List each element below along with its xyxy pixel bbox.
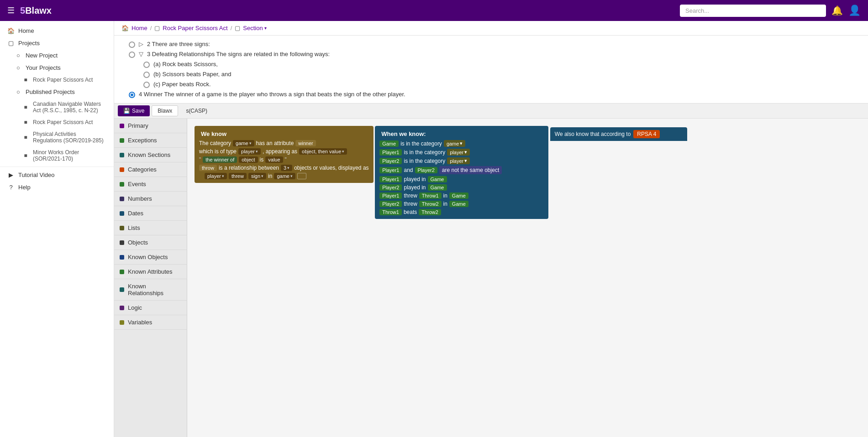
checkbox[interactable] (297, 173, 306, 179)
player2-tag4[interactable]: Player2 (379, 201, 402, 207)
player-cat-tag2[interactable]: player ▾ (447, 157, 470, 164)
search-input[interactable] (680, 5, 826, 17)
palette-label: Known Relationships (128, 283, 181, 297)
sidebar-item-minor[interactable]: ■ Minor Works Order (SOR/2021-170) (0, 146, 114, 165)
sidebar-item-physical[interactable]: ■ Physical Activities Regulations (SOR/2… (0, 128, 114, 146)
val-tag[interactable]: value (265, 156, 283, 163)
breadcrumb-act-icon: ▢ (154, 25, 160, 31)
breadcrumb-home-link[interactable]: Home (132, 25, 147, 31)
palette-item-dates[interactable]: Dates (114, 206, 187, 221)
law-item-selected: 4 Winner The winner of a game is the pla… (121, 89, 861, 99)
sidebar-item-tutorial[interactable]: ▶ Tutorial Video (0, 169, 114, 181)
throw2-tag[interactable]: Throw2 (419, 201, 442, 207)
radio-btn[interactable] (129, 52, 135, 58)
quote-close: " (285, 156, 287, 163)
player1-tag4[interactable]: Player1 (379, 192, 402, 199)
chevron-down-icon: ▾ (264, 26, 267, 31)
player-tag2[interactable]: player ▾ (205, 173, 227, 179)
save-button[interactable]: 💾 Save (118, 105, 150, 116)
sidebar-item-new-project[interactable]: ○ New Project (0, 49, 114, 62)
throw1-tag2[interactable]: Throw1 (379, 209, 402, 215)
palette-item-known-relationships[interactable]: Known Relationships (114, 279, 187, 301)
section-dropdown[interactable]: Section ▾ (243, 25, 266, 31)
winner-tag[interactable]: winner (295, 140, 316, 146)
we-also-know-block[interactable]: We also know that according to RPSA 4 (550, 127, 687, 141)
game-var-tag[interactable]: Game (379, 140, 399, 147)
palette-item-known-sections[interactable]: Known Sections (114, 148, 187, 162)
block-text: objects or values, displayed as (294, 165, 368, 171)
threw-tag[interactable]: threw (229, 173, 247, 179)
player2-tag[interactable]: Player2 (379, 158, 402, 164)
player2-tag3[interactable]: Player2 (379, 184, 402, 191)
throw2-tag2[interactable]: Throw2 (419, 209, 441, 215)
menu-icon[interactable]: ☰ (7, 5, 15, 16)
player-tag[interactable]: player ▾ (238, 148, 261, 155)
palette-item-variables[interactable]: Variables (114, 315, 187, 330)
sidebar-item-help[interactable]: ? Help (0, 181, 114, 193)
tab-blawx[interactable]: Blawx (152, 105, 178, 116)
block-row-p2-threw: Player2 threw Throw2 in Game (379, 201, 544, 207)
tag-arrow: ▾ (342, 149, 344, 154)
law-item: ▷ 2 There are three signs: (121, 39, 861, 49)
help-label: Help (18, 184, 31, 191)
palette-item-exceptions[interactable]: Exceptions (114, 133, 187, 148)
when-we-know-block[interactable]: When we know: Game is in the category ga… (375, 126, 548, 219)
throw1-tag[interactable]: Throw1 (419, 192, 442, 199)
block-row-player2-cat: Player2 is in the category player ▾ (379, 157, 544, 164)
display-tag[interactable]: object, then value ▾ (299, 148, 347, 155)
breadcrumb-act-link[interactable]: Rock Paper Scissors Act (163, 25, 227, 31)
game-tag2[interactable]: game ▾ (274, 173, 295, 179)
sidebar-item-published[interactable]: ○ Published Projects (0, 86, 114, 98)
num-tag[interactable]: 3 ▾ (281, 165, 292, 171)
game-var-tag3[interactable]: Game (428, 184, 447, 191)
canvas-area[interactable]: We know The category game ▾ has an attri… (187, 119, 868, 437)
game-var-tag2[interactable]: Game (428, 176, 447, 182)
player1-tag[interactable]: Player1 (379, 149, 402, 156)
player-cat-tag[interactable]: player ▾ (447, 149, 470, 156)
radio-btn-selected[interactable] (129, 92, 135, 98)
palette-item-lists[interactable]: Lists (114, 221, 187, 235)
item-toggle[interactable]: ▷ (139, 41, 143, 47)
sidebar-item-rpsa[interactable]: ■ Rock Paper Scissors Act (0, 74, 114, 86)
block-text: The category (199, 140, 231, 146)
tag-arrow: ▾ (290, 174, 293, 178)
sidebar-item-projects[interactable]: ▢ Projects (0, 37, 114, 49)
item-toggle[interactable]: ▽ (139, 51, 143, 57)
rpsa-tag[interactable]: RPSA 4 (633, 130, 660, 138)
sidebar-item-home[interactable]: 🏠 Home (0, 25, 114, 37)
palette-item-numbers[interactable]: Numbers (114, 192, 187, 206)
palette-item-categories[interactable]: Categories (114, 162, 187, 177)
we-know-block[interactable]: We know The category game ▾ has an attri… (195, 126, 374, 183)
radio-btn[interactable] (143, 82, 150, 88)
palette-item-known-objects[interactable]: Known Objects (114, 250, 187, 265)
game-cat-tag[interactable]: game ▾ (444, 140, 466, 147)
player2-tag2[interactable]: Player2 (415, 167, 437, 173)
palette-dot (120, 197, 124, 201)
game-var-tag5[interactable]: Game (449, 201, 468, 207)
game-tag[interactable]: game ▾ (233, 140, 254, 146)
bell-icon[interactable]: 🔔 (831, 5, 843, 16)
obj-tag[interactable]: object (239, 156, 258, 163)
sidebar-item-rpsa2[interactable]: ■ Rock Paper Scissors Act (0, 116, 114, 128)
palette-item-known-attributes[interactable]: Known Attributes (114, 265, 187, 279)
palette-item-primary[interactable]: Primary (114, 119, 187, 133)
palette-item-objects[interactable]: Objects (114, 235, 187, 250)
user-icon[interactable]: 👤 (848, 5, 861, 16)
radio-btn[interactable] (143, 72, 150, 78)
throw-tag[interactable]: throw (199, 165, 217, 171)
radio-btn[interactable] (143, 62, 150, 68)
player1-tag3[interactable]: Player1 (379, 176, 402, 182)
sign-tag[interactable]: sign ▾ (248, 173, 266, 179)
palette-item-events[interactable]: Events (114, 177, 187, 192)
sidebar-item-canadian[interactable]: ■ Canadian Navigable Waters Act (R.S.C.,… (0, 98, 114, 116)
block-text: threw (404, 192, 417, 199)
block-row-player1-cat: Player1 is in the category player ▾ (379, 149, 544, 156)
sidebar-item-your-projects[interactable]: ○ Your Projects (0, 62, 114, 74)
radio-btn[interactable] (129, 42, 135, 48)
game-var-tag4[interactable]: Game (449, 192, 468, 199)
tab-scasp[interactable]: s(CASP) (180, 105, 213, 116)
law-item: (a) Rock beats Scissors, (121, 59, 861, 69)
palette-label: Lists (128, 224, 140, 231)
palette-item-logic[interactable]: Logic (114, 301, 187, 315)
player1-tag2[interactable]: Player1 (379, 167, 402, 173)
